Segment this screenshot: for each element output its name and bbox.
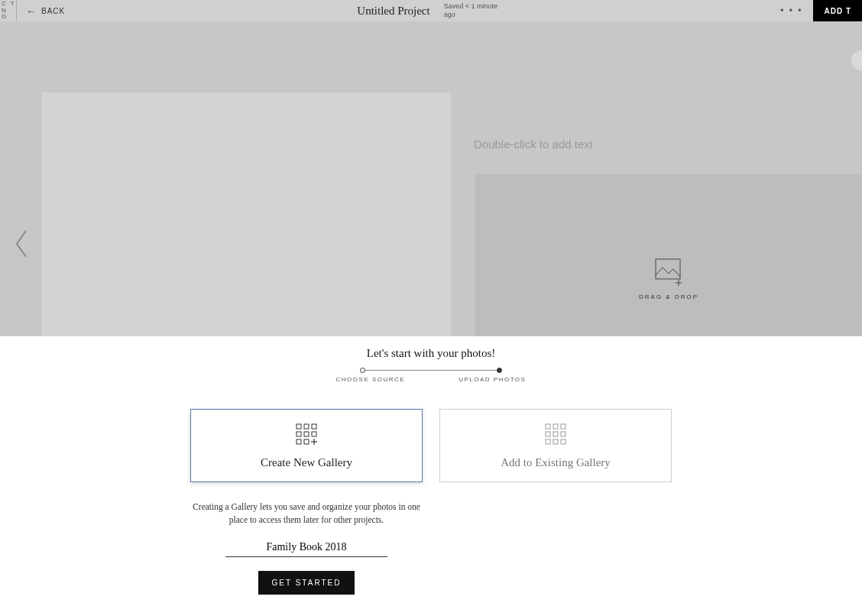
step-dot-2 <box>497 368 502 373</box>
editor-canvas: Double-click to add text DRAG & DROP <box>0 21 862 336</box>
grid-icon <box>544 423 567 446</box>
option-existing-label: Add to Existing Gallery <box>501 456 611 469</box>
svg-rect-9 <box>297 439 301 444</box>
add-button[interactable]: ADD T <box>813 0 862 21</box>
option-create-new-gallery[interactable]: Create New Gallery <box>190 409 423 482</box>
svg-rect-6 <box>297 432 301 436</box>
svg-rect-14 <box>553 424 558 429</box>
svg-rect-7 <box>304 432 309 436</box>
svg-rect-20 <box>553 439 558 444</box>
arrow-left-icon: ← <box>26 6 37 16</box>
onboarding-panel: Let's start with your photos! CHOOSE SOU… <box>0 336 862 595</box>
svg-rect-13 <box>546 424 550 429</box>
progress-stepper <box>0 368 862 373</box>
title-wrap: Untitled Project Saved < 1 minute ago <box>357 2 504 19</box>
step-labels: CHOOSE SOURCE UPLOAD PHOTOS <box>0 376 862 383</box>
step-dot-1 <box>360 368 365 373</box>
logo-fragment: C T N G <box>0 1 17 21</box>
step-label-2: UPLOAD PHOTOS <box>459 376 526 383</box>
image-placeholder-icon <box>653 257 684 286</box>
text-block-placeholder[interactable]: Double-click to add text <box>474 138 593 151</box>
svg-rect-21 <box>561 439 565 444</box>
svg-rect-8 <box>312 432 316 436</box>
option-add-existing-gallery[interactable]: Add to Existing Gallery <box>439 409 672 482</box>
svg-rect-5 <box>312 424 316 429</box>
saved-status: Saved < 1 minute ago <box>444 2 505 19</box>
source-options: Create New Gallery Add to Existing Galle… <box>0 409 862 482</box>
svg-rect-19 <box>546 439 550 444</box>
get-started-button[interactable]: GET STARTED <box>258 571 355 595</box>
panel-title: Let's start with your photos! <box>0 347 862 360</box>
drag-drop-label: DRAG & DROP <box>639 293 698 300</box>
more-menu-button[interactable]: • • • <box>770 5 813 16</box>
svg-rect-4 <box>304 424 309 429</box>
canvas-side-handle[interactable] <box>851 50 862 70</box>
option-new-label: Create New Gallery <box>261 456 352 469</box>
image-drop-zone[interactable]: DRAG & DROP <box>475 174 862 336</box>
step-label-1: CHOOSE SOURCE <box>336 376 406 383</box>
chevron-left-icon <box>14 229 29 258</box>
step-line <box>365 370 497 371</box>
page-left[interactable] <box>42 92 451 336</box>
helper-text: Creating a Gallery lets you save and org… <box>192 501 421 527</box>
svg-rect-17 <box>553 432 558 436</box>
project-title[interactable]: Untitled Project <box>357 5 429 18</box>
grid-plus-icon <box>295 423 318 446</box>
right-controls: • • • ADD T <box>770 0 862 21</box>
prev-page-button[interactable] <box>14 229 29 261</box>
svg-rect-3 <box>297 424 301 429</box>
svg-rect-16 <box>546 432 550 436</box>
back-label: BACK <box>41 7 65 15</box>
top-bar: C T N G ← BACK Untitled Project Saved < … <box>0 0 862 21</box>
svg-rect-10 <box>304 439 309 444</box>
svg-rect-0 <box>656 259 680 279</box>
back-button[interactable]: ← BACK <box>26 6 65 16</box>
gallery-name-input[interactable] <box>225 538 387 557</box>
svg-rect-15 <box>561 424 565 429</box>
svg-rect-18 <box>561 432 565 436</box>
